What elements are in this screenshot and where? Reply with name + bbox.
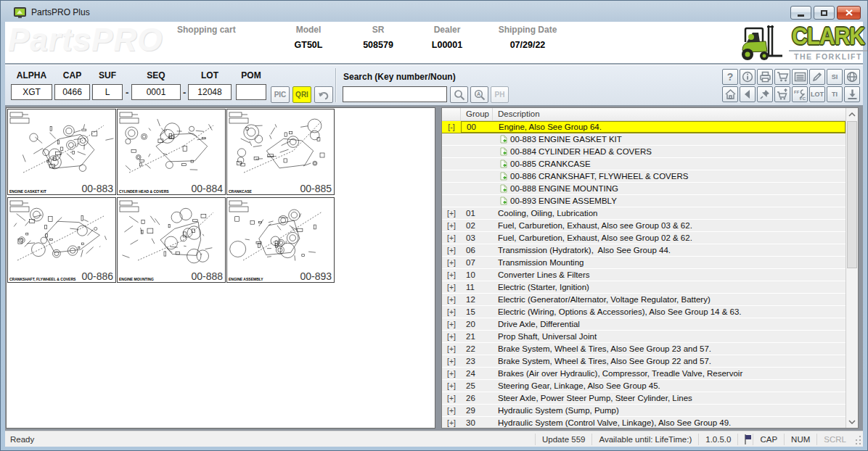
diagram-thumbnail[interactable]: ENGINE MOUNTING00-888 (117, 197, 226, 283)
row-expander[interactable]: [+] (442, 332, 461, 341)
lot-button[interactable]: LOT (809, 86, 825, 102)
qri-button[interactable]: QRI (292, 86, 311, 103)
description-column-header[interactable]: Description (493, 108, 846, 120)
diagram-thumbnail[interactable]: ENGINE ASSEMBLY00-893 (226, 197, 335, 283)
group-column-header[interactable]: Group (461, 108, 493, 120)
row-expander[interactable]: [+] (442, 369, 461, 378)
pin-icon[interactable] (757, 86, 773, 102)
info-icon[interactable] (740, 69, 756, 85)
group-row[interactable]: [+]26Steer Axle, Power Steer Pump, Steer… (442, 392, 846, 405)
group-row[interactable]: [+]22Brake System, Wheel & Tires, Also S… (442, 343, 846, 355)
group-row[interactable]: [+]20Drive Axle, Differential (442, 318, 846, 331)
part-row[interactable]: 00-883 ENGINE GASKET KIT (442, 133, 846, 146)
part-row[interactable]: 00-884 CYLINDER HEAD & COVERS (442, 146, 846, 158)
ff-fc-icon[interactable]: FFFC (792, 86, 808, 102)
group-row[interactable]: [+]29Hydraulic System (Sump, Pump) (442, 405, 846, 417)
download-icon[interactable] (844, 86, 860, 102)
alpha-input[interactable] (11, 84, 52, 100)
row-expander[interactable]: [+] (442, 394, 461, 402)
row-expander[interactable]: [+] (442, 246, 461, 255)
row-expander[interactable]: [+] (442, 283, 461, 291)
group-row[interactable]: [+]03Fuel, Carburetion, Exhaust, Also se… (442, 232, 846, 244)
row-expander[interactable]: [-] (442, 123, 461, 131)
group-row[interactable]: [+]02Fuel, Carburetion, Exhaust, Also se… (442, 220, 846, 232)
group-row[interactable]: [+]21Prop Shaft, Universal Joint (442, 331, 846, 343)
status-scroll-lock: SCRL (816, 434, 853, 445)
scroll-up-button[interactable] (846, 108, 858, 120)
chevron-down-icon (848, 420, 856, 424)
row-expander[interactable]: [+] (442, 344, 461, 353)
thumbnail-number: 00-885 (300, 183, 332, 194)
cap-input[interactable] (54, 84, 90, 100)
expander-column-header[interactable] (442, 108, 461, 120)
print-icon[interactable] (757, 69, 773, 85)
group-row[interactable]: [+]10Converter Lines & Filters (442, 269, 846, 281)
diagram-thumbnail[interactable]: CYLINDER HEAD & COVERS00-884 (117, 109, 226, 195)
row-expander[interactable]: [+] (442, 307, 461, 316)
row-expander[interactable]: [+] (442, 357, 461, 365)
maximize-button[interactable] (814, 6, 835, 20)
home-icon[interactable] (722, 86, 738, 102)
si-button[interactable]: SI (827, 69, 843, 85)
close-button[interactable] (837, 6, 861, 20)
lot-input[interactable] (188, 84, 232, 100)
search-input[interactable] (343, 86, 447, 102)
group-row[interactable]: [+]15Electric (Wiring, Options & Accesso… (442, 306, 846, 318)
row-expander[interactable]: [+] (442, 221, 461, 230)
row-expander[interactable]: [+] (442, 258, 461, 267)
group-row[interactable]: [+]12Electric (Generator/Alternator, Vol… (442, 294, 846, 306)
globe-icon[interactable] (844, 69, 860, 85)
part-row[interactable]: 00-885 CRANKCASE (442, 158, 846, 170)
row-expander[interactable]: [+] (442, 381, 461, 390)
scrollbar-thumb[interactable] (847, 121, 857, 268)
group-table-panel: Group Description [-]00Engine, Also See … (441, 107, 859, 429)
undo-button[interactable] (314, 86, 333, 103)
row-expander[interactable]: [+] (442, 233, 461, 242)
row-expander[interactable]: [+] (442, 209, 461, 218)
pic-button[interactable]: PIC (271, 86, 290, 103)
part-row[interactable]: 00-888 ENGINE MOUNTING (442, 183, 846, 195)
group-row[interactable]: [+]24Brakes (Air over Hydraulic), Compre… (442, 368, 846, 380)
diagram-thumbnail[interactable]: CRANKCASE00-885 (226, 109, 335, 195)
toolbar-icon-grid: ?SIFFFCLOTTI (722, 69, 860, 102)
part-row[interactable]: 00-886 CRANKSHAFT, FLYWHEEL & COVERS (442, 170, 846, 183)
ti-button[interactable]: TI (827, 86, 843, 102)
language-flag[interactable] (737, 434, 753, 445)
ph-button[interactable]: PH (491, 86, 509, 103)
back-arrow-icon[interactable] (740, 86, 756, 102)
group-row[interactable]: [-]00Engine, Also See Group 64. (442, 121, 846, 133)
diagram-thumbnail[interactable]: ENGINE GASKET KIT00-883 (7, 109, 116, 195)
resize-grip[interactable] (853, 434, 861, 445)
thumbnail-caption: CRANKSHAFT, FLYWHEEL & COVERS (9, 277, 75, 281)
edit-pencil-icon[interactable] (809, 69, 825, 85)
chevron-up-icon (848, 112, 856, 117)
parts-list-icon[interactable] (792, 69, 808, 85)
row-expander[interactable]: [+] (442, 418, 461, 427)
group-row[interactable]: [+]01Cooling, Oiling, Lubrication (442, 207, 846, 220)
cart-add-icon[interactable] (774, 86, 790, 102)
group-row[interactable]: [+]11Electric (Starter, Ignition) (442, 281, 846, 294)
search-noun-button[interactable]: A (470, 86, 488, 103)
pom-input[interactable] (236, 84, 266, 100)
scroll-down-button[interactable] (846, 415, 858, 428)
group-table: Group Description [-]00Engine, Also See … (442, 108, 846, 428)
suf-input[interactable] (92, 84, 123, 100)
help-icon[interactable]: ? (722, 69, 738, 85)
seq-input[interactable] (131, 84, 181, 100)
row-expander[interactable]: [+] (442, 270, 461, 279)
group-row[interactable]: [+]06Transmission (Hydratork), Also See … (442, 244, 846, 257)
row-expander[interactable]: [+] (442, 295, 461, 304)
row-expander[interactable]: [+] (442, 320, 461, 328)
group-row[interactable]: [+]25Steering Gear, Linkage, Also See Gr… (442, 380, 846, 392)
table-scrollbar[interactable] (846, 108, 858, 428)
row-expander[interactable]: [+] (442, 406, 461, 415)
group-row[interactable]: [+]23Brake System, Wheel & Tires, Also S… (442, 355, 846, 368)
diagram-thumbnail[interactable]: CRANKSHAFT, FLYWHEEL & COVERS00-886 (7, 197, 116, 283)
shopping-cart-icon[interactable] (774, 69, 790, 85)
group-row[interactable]: [+]07Transmission Mounting (442, 257, 846, 269)
group-row[interactable]: [+]30Hydraulic System (Control Valve, Li… (442, 417, 846, 428)
minimize-button[interactable] (790, 6, 811, 20)
group-description: Brakes (Air over Hydraulic), Compressor,… (493, 369, 846, 378)
part-row[interactable]: 00-893 ENGINE ASSEMBLY (442, 195, 846, 207)
search-button[interactable] (450, 86, 468, 103)
